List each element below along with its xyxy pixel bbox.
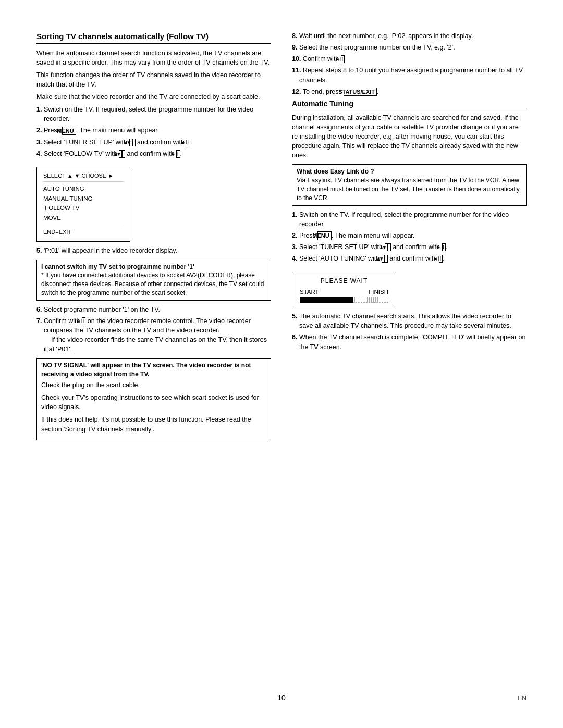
- step-3: 3. Select 'TUNER SET UP' with ▲▼ and con…: [44, 138, 271, 147]
- steps-final: 5. The automatic TV channel search start…: [292, 312, 527, 352]
- nav-key-3b: ▼: [132, 139, 136, 146]
- step-1-text: Switch on the TV. If required, select th…: [44, 106, 253, 122]
- easylink-text: Via Easylink, TV channels are always tra…: [297, 176, 522, 202]
- two-column-layout: Sorting TV channels automatically (Follo…: [36, 31, 527, 445]
- step-7-extra: If the video recorder finds the same TV …: [44, 336, 267, 353]
- progress-labels: START FINISH: [300, 289, 388, 295]
- step-a5: 5. The automatic TV channel search start…: [299, 312, 527, 330]
- right-column: 8. Wait until the next number, e.g. 'P:0…: [292, 31, 527, 445]
- step-num-a6: 6.: [292, 334, 297, 341]
- page: Sorting TV channels automatically (Follo…: [0, 0, 563, 728]
- confirm-key-4: ►II: [176, 150, 180, 158]
- progress-empty: [353, 297, 388, 303]
- step-num-7: 7.: [36, 317, 42, 325]
- menu-item-auto-tuning: AUTO TUNING: [43, 184, 124, 193]
- step-a1: 1. Switch on the TV. If required, select…: [299, 210, 527, 229]
- confirm-key-7: ►II: [82, 317, 85, 325]
- menu-display-box: SELECT ▲ ▼ CHOOSE ► AUTO TUNING MANUAL T…: [36, 167, 130, 242]
- step-num-a2: 2.: [292, 232, 297, 239]
- please-wait-label: PLEASE WAIT: [300, 277, 388, 285]
- step-num-5: 5.: [36, 247, 42, 254]
- warning-line-2: Check your TV's operating instructions t…: [41, 393, 266, 412]
- progress-bar: [300, 297, 388, 303]
- step-a2: 2. Press MENU. The main menu will appear…: [299, 231, 527, 240]
- easylink-title: What does Easy Link do ?: [297, 167, 522, 176]
- warning-title-1: I cannot switch my TV set to programme n…: [41, 263, 266, 272]
- page-number: 10: [277, 694, 286, 702]
- menu-footer: END=EXIT: [43, 226, 124, 237]
- step-a6: 6. When the TV channel search is complet…: [299, 332, 527, 351]
- steps-auto-tuning: 1. Switch on the TV. If required, select…: [292, 210, 527, 264]
- confirm-key-3: ►II: [187, 139, 190, 146]
- step-2: 2. Press MENU. The main menu will appear…: [44, 126, 271, 135]
- menu-key: MENU: [62, 127, 76, 135]
- step-num-1: 1.: [36, 106, 42, 113]
- step-r11: 11. Repeat steps 8 to 10 until you have …: [299, 66, 527, 84]
- step-r12: 12. To end, press STATUS/EXIT.: [299, 87, 527, 96]
- menu-key-a2: MENU: [317, 231, 331, 240]
- step-num-3: 3.: [36, 139, 42, 146]
- step-num-a4: 4.: [292, 255, 297, 262]
- nav-key-4b: ▼: [122, 150, 125, 158]
- easylink-box: What does Easy Link do ? Via Easylink, T…: [292, 164, 527, 205]
- step-7: 7. Confirm with ►II on the video recorde…: [44, 316, 271, 354]
- menu-header: SELECT ▲ ▼ CHOOSE ►: [43, 171, 124, 182]
- warning-text-1: * If you have connected additional devic…: [41, 271, 266, 297]
- left-column: Sorting TV channels automatically (Follo…: [36, 31, 271, 445]
- step-num-2: 2.: [36, 127, 42, 134]
- confirm-key-a4: ►II: [439, 255, 443, 263]
- steps-list-2: 6. Select programme number '1' on the TV…: [36, 305, 271, 354]
- warning-line-3: If this does not help, it's not possible…: [41, 415, 266, 434]
- section-title-follow-tv: Sorting TV channels automatically (Follo…: [36, 31, 271, 44]
- progress-filled: [300, 297, 353, 303]
- step-a4: 4. Select 'AUTO TUNING' with ▲▼ and conf…: [299, 254, 527, 263]
- step-num-r12: 12.: [292, 88, 301, 95]
- auto-tuning-para-1: During installation, all available TV ch…: [292, 113, 527, 161]
- step-num-4: 4.: [36, 150, 42, 157]
- status-exit-key: STATUS/EXIT: [344, 88, 377, 96]
- step-num-a5: 5.: [292, 313, 297, 320]
- section-title-auto-tuning: Automatic Tuning: [292, 100, 527, 109]
- menu-item-manual-tuning: MANUAL TUNING: [43, 194, 124, 203]
- finish-label: FINISH: [369, 289, 388, 295]
- step-num-r10: 10.: [292, 55, 301, 63]
- step-num-a1: 1.: [292, 211, 297, 218]
- intro-para-3: Make sure that the video recorder and th…: [36, 92, 271, 102]
- confirm-key-a3: ►II: [442, 243, 446, 251]
- menu-item-move: MOVE: [43, 213, 124, 223]
- step-5-text: 5. 'P:01' will appear in the video recor…: [36, 246, 271, 255]
- confirm-key-r10: ►II: [341, 55, 345, 63]
- warning-box-2: 'NO TV SIGNAL' will appear in the TV scr…: [36, 358, 271, 440]
- step-r9: 9. Select the next programme number on t…: [299, 43, 527, 52]
- step-num-r8: 8.: [292, 32, 297, 40]
- steps-top-right: 8. Wait until the next number, e.g. 'P:0…: [292, 31, 527, 96]
- page-lang: EN: [518, 695, 527, 702]
- step-num-a3: 3.: [292, 243, 297, 251]
- step-r10: 10. Confirm with ►II: [299, 54, 527, 64]
- nav-key-a3b: ▼: [388, 243, 391, 251]
- steps-list-1: 1. Switch on the TV. If required, select…: [36, 105, 271, 158]
- step-num-r11: 11.: [292, 67, 301, 74]
- warning-line-1: Check the plug on the scart cable.: [41, 380, 266, 390]
- menu-item-follow-tv: ·FOLLOW TV: [43, 203, 124, 213]
- step-1: 1. Switch on the TV. If required, select…: [44, 105, 271, 124]
- warning-title-2: 'NO TV SIGNAL' will appear in the TV scr…: [41, 361, 266, 379]
- progress-display-box: PLEASE WAIT START FINISH: [292, 272, 396, 307]
- step-4: 4. Select 'FOLLOW TV' with ▲▼ and confir…: [44, 149, 271, 158]
- intro-para-2: This function changes the order of TV ch…: [36, 70, 271, 89]
- nav-key-a4b: ▼: [385, 255, 388, 263]
- intro-para-1: When the automatic channel search functi…: [36, 48, 271, 67]
- step-a3: 3. Select 'TUNER SET UP' with ▲▼ and con…: [299, 242, 527, 252]
- step-r8: 8. Wait until the next number, e.g. 'P:0…: [299, 31, 527, 41]
- start-label: START: [300, 289, 319, 295]
- step-num-r9: 9.: [292, 44, 297, 51]
- warning-box-1: I cannot switch my TV set to programme n…: [36, 260, 271, 301]
- step-num-6: 6.: [36, 306, 42, 313]
- step-6: 6. Select programme number '1' on the TV…: [44, 305, 271, 314]
